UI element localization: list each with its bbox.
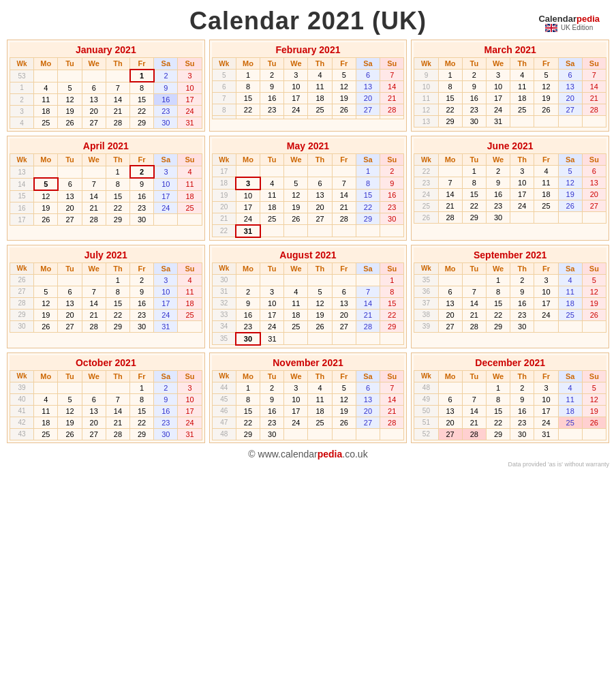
table-row: 1910111213141516 [212,190,404,202]
day-cell [558,212,582,224]
day-cell: 27 [82,117,106,129]
day-cell: 6 [308,177,332,190]
day-cell: 9 [510,393,534,405]
day-cell [106,382,129,393]
col-header-tu: Tu [58,262,82,274]
day-cell: 21 [380,93,404,104]
day-cell: 15 [356,190,380,202]
day-cell: 6 [82,393,106,405]
col-header-sa: Sa [154,370,178,382]
day-cell: 13 [82,94,106,106]
page-title: Calendar 2021 (UK) [7,7,609,35]
col-header-mo: Mo [438,370,462,382]
day-cell: 17 [178,94,202,106]
day-cell [284,225,308,237]
month-title: April 2021 [10,138,202,153]
day-cell [178,320,202,332]
day-cell: 27 [356,104,380,116]
day-cell: 7 [438,177,462,189]
col-header-su: Su [582,262,606,274]
day-cell: 1 [106,166,129,178]
day-cell [462,382,486,393]
day-cell: 10 [154,286,178,297]
col-header-su: Su [380,58,404,70]
day-cell: 11 [510,81,534,93]
day-cell: 13 [438,297,462,309]
col-header-sa: Sa [558,58,582,70]
table-row: 4045678910 [10,393,202,405]
day-cell: 15 [236,93,260,104]
day-cell: 3 [486,70,510,81]
col-header-mo: Mo [236,58,260,70]
col-header-sa: Sa [154,58,178,70]
table-row: 45891011121314 [212,393,404,405]
day-cell: 13 [558,81,582,93]
day-cell: 16 [154,405,178,417]
day-cell: 18 [308,93,332,104]
day-cell: 28 [106,117,129,129]
day-cell: 4 [10,117,34,129]
day-cell: 45 [212,393,236,405]
col-header-tu: Tu [58,370,82,382]
month-block: January 2021WkMoTuWeThFrSaSu531231456789… [7,40,205,132]
day-cell: 16 [130,297,154,309]
day-cell: 24 [284,417,308,428]
col-header-we: We [284,370,308,382]
day-cell: 23 [154,106,178,117]
table-row: 4111121314151617 [10,405,202,417]
day-cell: 17 [212,166,236,177]
table-row: 1222232425262728 [414,104,606,116]
day-cell: 3 [284,70,308,81]
cal-table: WkMoTuWeThFrSaSu441234567458910111213144… [212,370,405,440]
day-cell: 4 [534,166,558,177]
day-cell: 9 [154,393,178,405]
col-header-tu: Tu [58,154,82,166]
day-cell: 21 [82,309,106,320]
day-cell [260,225,284,237]
table-row [212,116,404,119]
day-cell: 22 [212,225,236,237]
day-cell: 31 [236,225,260,237]
day-cell [582,212,606,224]
day-cell: 27 [582,200,606,212]
day-cell [106,70,129,82]
day-cell: 23 [510,309,534,320]
day-cell: 30 [510,320,534,332]
col-header-fr: Fr [534,58,558,70]
day-cell: 4 [308,70,332,81]
col-header-sa: Sa [154,154,178,166]
day-cell: 29 [380,320,404,333]
day-cell: 16 [260,93,284,104]
col-header-sa: Sa [356,370,380,382]
footer: © www.calendarpedia.co.uk [7,449,609,460]
day-cell: 48 [212,428,236,440]
day-cell: 37 [414,297,438,309]
day-cell: 5 [34,286,58,297]
day-cell: 1 [236,70,260,81]
table-row: 14567891011 [10,178,202,190]
day-cell: 11 [534,177,558,189]
day-cell: 1 [438,70,462,81]
day-cell: 30 [462,116,486,127]
day-cell: 18 [34,417,58,428]
cal-table: WkMoTuWeThFrSaSu912345671089101112131411… [414,57,606,127]
day-cell: 15 [130,405,154,417]
day-cell: 49 [414,393,438,405]
day-cell [58,382,82,393]
day-cell: 28 [582,104,606,116]
table-row: 312345678 [212,286,404,297]
col-header-wk: Wk [212,370,236,382]
day-cell [308,274,332,286]
table-row: 715161718192021 [212,93,404,104]
col-header-wk: Wk [10,154,34,166]
month-block: February 2021WkMoTuWeThFrSaSu51234567689… [209,40,407,132]
day-cell: 9 [486,177,510,189]
col-header-we: We [82,58,106,70]
table-row: 366789101112 [414,286,606,297]
day-cell: 11 [558,393,582,405]
col-header-su: Su [178,58,202,70]
month-title: December 2021 [414,355,606,370]
day-cell: 8 [486,393,510,405]
col-header-th: Th [510,370,534,382]
day-cell: 18 [510,93,534,104]
